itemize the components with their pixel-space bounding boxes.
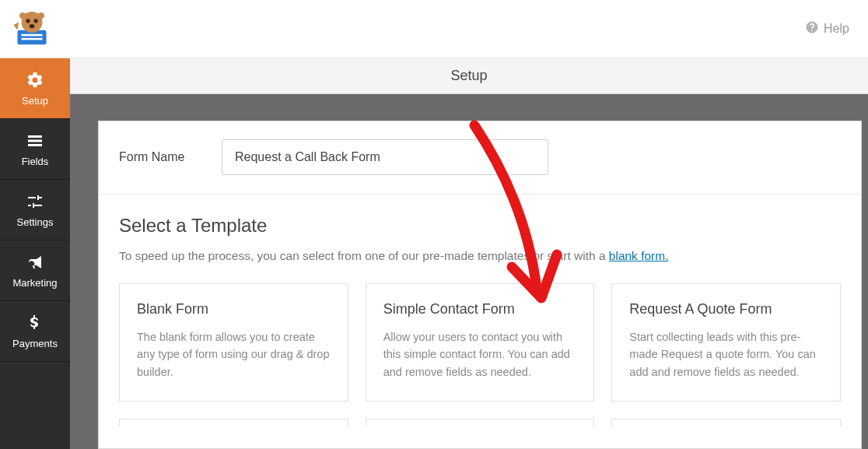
template-grid-row2 [119, 419, 841, 426]
gear-icon [25, 70, 45, 90]
template-sub-gap: made [444, 249, 474, 262]
template-card-desc: The blank form allows you to create any … [137, 328, 331, 381]
template-card-placeholder[interactable] [119, 419, 348, 426]
svg-point-7 [19, 12, 26, 19]
sidebar-item-marketing[interactable]: Marketing [0, 240, 70, 301]
template-card-desc: Allow your users to contact you with thi… [383, 328, 577, 381]
svg-point-4 [26, 19, 30, 23]
template-card-placeholder[interactable] [611, 419, 841, 426]
template-card-title: Blank Form [137, 301, 331, 317]
svg-rect-1 [22, 34, 43, 37]
sliders-icon [25, 191, 45, 212]
blank-form-link[interactable]: blank form. [609, 249, 669, 262]
wpforms-logo [11, 8, 53, 50]
svg-point-6 [30, 24, 35, 28]
form-name-label: Form Name [119, 150, 222, 164]
template-card-desc: Start collecting leads with this pre-mad… [629, 328, 823, 381]
template-card-blank[interactable]: Blank Form The blank form allows you to … [119, 283, 348, 402]
template-heading: Select a Template [119, 215, 841, 237]
sidebar-item-setup[interactable]: Setup [0, 58, 70, 119]
sidebar-label: Setup [22, 95, 48, 107]
template-card-request-quote[interactable]: Request A Quote Form Start collecting le… [611, 283, 841, 402]
page-title: Setup [450, 68, 487, 84]
form-name-row: Form Name [99, 121, 861, 195]
svg-rect-2 [22, 38, 43, 40]
help-icon [805, 20, 819, 37]
page-title-bar: Setup [70, 58, 868, 94]
template-sub-before: To speed up the process, you can select … [119, 249, 444, 262]
form-name-input[interactable] [222, 139, 548, 175]
template-subtext: To speed up the process, you can select … [119, 249, 841, 263]
main: Setup Form Name Select a Template To spe… [70, 58, 868, 449]
template-card-title: Request A Quote Form [629, 301, 823, 317]
svg-point-8 [38, 12, 44, 19]
sidebar-label: Marketing [12, 277, 57, 289]
megaphone-icon [25, 252, 45, 272]
svg-point-5 [34, 19, 38, 23]
setup-panel: Form Name Select a Template To speed up … [98, 121, 862, 449]
template-grid: Blank Form The blank form allows you to … [119, 283, 841, 402]
sidebar-label: Payments [12, 338, 58, 349]
content-wrap: Form Name Select a Template To speed up … [70, 94, 868, 449]
help-button[interactable]: Help [805, 20, 849, 37]
sidebar-item-fields[interactable]: Fields [0, 119, 70, 180]
sidebar-label: Settings [17, 216, 54, 228]
sidebar: Setup Fields Settings Marketing Payments [0, 58, 70, 449]
template-card-placeholder[interactable] [366, 419, 595, 426]
list-icon [25, 131, 45, 151]
top-bar: Help [0, 0, 868, 58]
template-sub-after: templates or start with a [474, 249, 609, 262]
sidebar-label: Fields [22, 156, 49, 167]
template-card-simple-contact[interactable]: Simple Contact Form Allow your users to … [366, 283, 595, 402]
help-label: Help [824, 22, 849, 36]
body-row: Setup Fields Settings Marketing Payments [0, 58, 868, 449]
template-section: Select a Template To speed up the proces… [99, 195, 861, 448]
sidebar-item-settings[interactable]: Settings [0, 180, 70, 240]
template-card-title: Simple Contact Form [383, 301, 577, 317]
sidebar-item-payments[interactable]: Payments [0, 301, 70, 362]
dollar-icon [25, 313, 45, 333]
